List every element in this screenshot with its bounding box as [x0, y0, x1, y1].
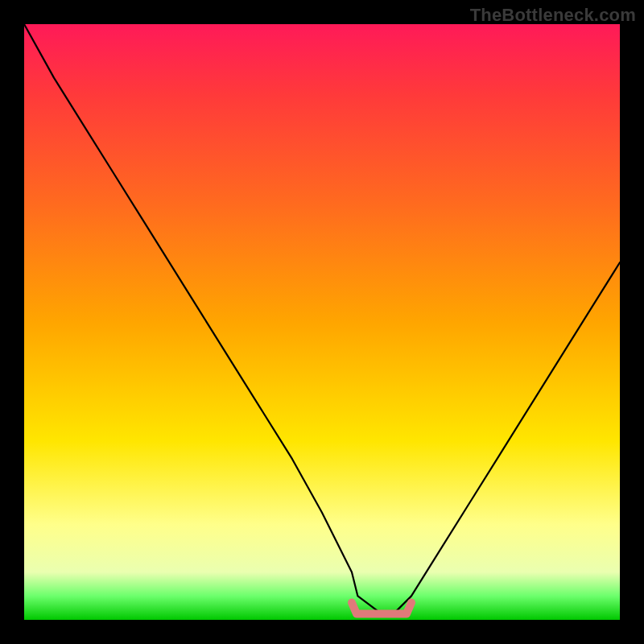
chart-svg	[24, 24, 620, 620]
chart-container: TheBottleneck.com	[0, 0, 644, 644]
plot-area	[24, 24, 620, 620]
watermark-text: TheBottleneck.com	[470, 5, 636, 26]
bottleneck-curve	[24, 24, 620, 614]
